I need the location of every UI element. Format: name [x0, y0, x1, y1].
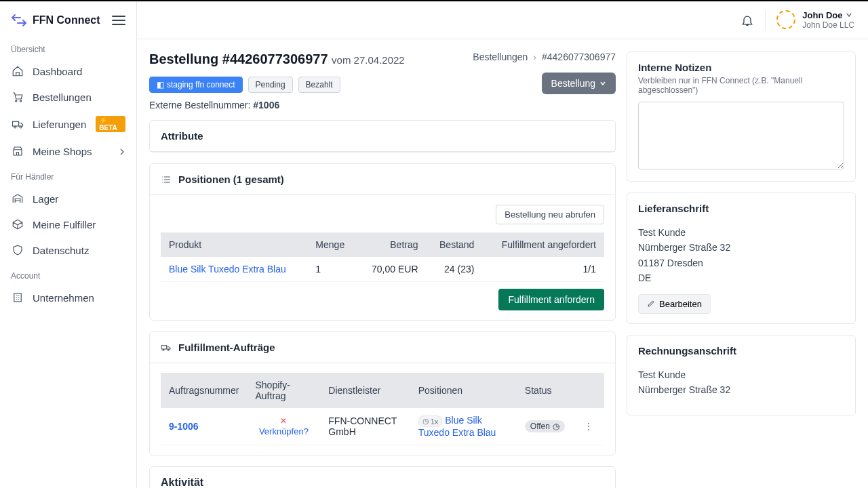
product-link[interactable]: Blue Silk Tuxedo Extra Blau — [169, 264, 286, 274]
breadcrumb-root[interactable]: Bestellungen — [473, 52, 528, 62]
topbar: John Doe John Doe LLC — [137, 1, 868, 39]
svg-point-4 — [20, 126, 22, 128]
shop-chip[interactable]: ◧ staging ffn connect — [149, 77, 243, 93]
positions-table: Produkt Menge Betrag Bestand Fulfillment… — [161, 232, 604, 282]
svg-point-3 — [14, 126, 16, 128]
brand-logo[interactable]: FFN Connect — [11, 12, 100, 28]
sidebar-label: Unternehmen — [33, 292, 94, 304]
activity-card: Aktivität — [149, 466, 616, 488]
pencil-icon — [647, 300, 655, 308]
svg-rect-6 — [161, 345, 166, 348]
cell-fulfill: 1/1 — [482, 257, 604, 282]
fulfillment-title: Fulfillment-Aufträge — [178, 342, 275, 353]
chevron-down-icon — [846, 12, 852, 18]
breadcrumb-current: #4426077306977 — [542, 52, 616, 62]
col-provider: Dienstleister — [320, 373, 410, 408]
sidebar-item-dashboard[interactable]: Dashboard — [0, 58, 136, 84]
sidebar-label: Meine Fulfiller — [33, 219, 96, 230]
sidebar-toggle-icon[interactable] — [112, 14, 125, 27]
status-badge: Offen ◷ — [525, 420, 565, 432]
attributes-card: Attribute — [149, 120, 616, 152]
col-stock: Bestand — [427, 232, 483, 257]
refresh-order-button[interactable]: Bestellung neu abrufen — [496, 205, 604, 224]
col-pos: Positionen — [410, 373, 517, 408]
sidebar-label: Dashboard — [33, 66, 82, 77]
chevron-right-icon — [119, 146, 125, 157]
positions-title: Positionen (1 gesamt) — [178, 174, 284, 185]
sidebar-item-deliveries[interactable]: Lieferungen ⚡ BETA — [0, 110, 136, 138]
attributes-title: Attribute — [150, 121, 615, 152]
sidebar-item-company[interactable]: Unternehmen — [0, 285, 136, 310]
svg-point-7 — [163, 349, 164, 350]
avatar — [776, 10, 795, 29]
edit-shipping-button[interactable]: Bearbeiten — [638, 294, 711, 314]
package-icon — [11, 218, 24, 231]
billing-card: Rechnungsanschrift Test Kunde Nürnberger… — [627, 335, 856, 416]
billing-address: Test Kunde Nürnberger Straße 32 — [638, 367, 844, 398]
sidebar-item-privacy[interactable]: Datenschutz — [0, 237, 136, 263]
sidebar-item-orders[interactable]: Bestellungen — [0, 84, 136, 110]
col-amount: Betrag — [357, 232, 427, 257]
nav-section-merchants: Für Händler — [0, 164, 136, 186]
sidebar-item-warehouse[interactable]: Lager — [0, 186, 136, 211]
user-org: John Doe LLC — [802, 20, 854, 30]
billing-title: Rechnungsanschrift — [638, 345, 844, 357]
col-shopify: Shopify-Auftrag — [247, 373, 320, 408]
sidebar: FFN Connect Übersicht Dashboard Bestellu… — [0, 1, 137, 488]
sidebar-label: Lieferungen — [33, 119, 86, 130]
svg-rect-5 — [14, 293, 22, 302]
external-order-number: Externe Bestellnummer: #1006 — [149, 100, 340, 110]
sidebar-label: Datenschutz — [33, 245, 89, 256]
svg-point-0 — [16, 100, 17, 102]
table-row: Blue Silk Tuxedo Extra Blau 1 70,00 EUR … — [161, 257, 604, 282]
notes-textarea[interactable] — [638, 102, 844, 169]
svg-point-1 — [20, 100, 21, 102]
chevron-down-icon — [599, 80, 606, 87]
request-fulfillment-button[interactable]: Fulfillment anfordern — [498, 289, 604, 310]
nav-section-overview: Übersicht — [0, 37, 136, 58]
col-product: Produkt — [161, 232, 307, 257]
sidebar-label: Meine Shops — [33, 146, 92, 157]
fulfillment-table: Auftragsnummer Shopify-Auftrag Dienstlei… — [161, 373, 604, 445]
sidebar-label: Bestellungen — [33, 92, 92, 103]
close-icon: ✕ — [255, 416, 312, 426]
order-action-button[interactable]: Bestellung — [542, 73, 616, 94]
col-status: Status — [517, 373, 573, 408]
breadcrumb: Bestellungen › #4426077306977 — [473, 52, 616, 62]
notifications-icon[interactable] — [741, 14, 754, 27]
shipping-title: Lieferanschrift — [638, 203, 844, 214]
sidebar-item-shops[interactable]: Meine Shops — [0, 138, 136, 164]
store-icon — [11, 144, 24, 158]
user-menu[interactable]: John Doe John Doe LLC — [765, 10, 854, 30]
user-name: John Doe — [802, 10, 842, 21]
home-icon — [11, 64, 24, 78]
nav-section-account: Account — [0, 263, 136, 285]
svg-point-8 — [167, 349, 169, 350]
svg-rect-2 — [13, 121, 19, 126]
fulfillment-number-link[interactable]: 9-1006 — [169, 421, 199, 432]
status-chip-pending: Pending — [248, 77, 293, 93]
chevron-right-icon: › — [533, 52, 536, 62]
list-icon — [161, 174, 172, 185]
notes-card: Interne Notizen Verbleiben nur in FFN Co… — [627, 52, 856, 182]
page-title: Bestellung #4426077306977 vom 27.04.2022 — [149, 52, 405, 67]
fulfillment-card: Fulfillment-Aufträge Auftragsnummer Shop… — [149, 331, 616, 455]
shipping-icon — [161, 342, 172, 353]
activity-title: Aktivität — [150, 467, 615, 488]
table-row: 9-1006 ✕ Verknüpfen? FFN-CONNECT GmbH ◷ … — [161, 408, 604, 445]
truck-icon — [11, 117, 24, 131]
cell-provider: FFN-CONNECT GmbH — [320, 408, 410, 445]
building-icon — [11, 291, 24, 304]
cell-amount: 70,00 EUR — [357, 257, 427, 282]
positions-card: Positionen (1 gesamt) Bestellung neu abr… — [149, 163, 616, 321]
more-icon[interactable]: ⋮ — [581, 418, 596, 434]
qty-pill: ◷ 1x — [418, 415, 443, 427]
col-num: Auftragsnummer — [161, 373, 247, 408]
link-shopify-button[interactable]: Verknüpfen? — [259, 426, 309, 436]
cart-icon — [11, 90, 24, 104]
cell-stock: 24 (23) — [427, 257, 483, 282]
status-chip-paid: Bezahlt — [298, 77, 340, 93]
sidebar-item-fulfillers[interactable]: Meine Fulfiller — [0, 211, 136, 237]
warehouse-icon — [11, 192, 24, 205]
beta-badge: ⚡ BETA — [96, 116, 125, 132]
